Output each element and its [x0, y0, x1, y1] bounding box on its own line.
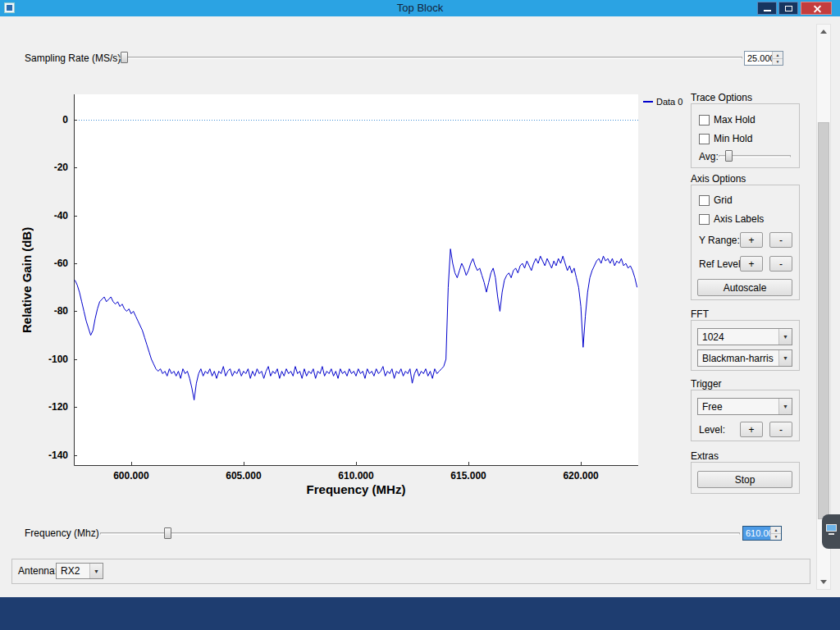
spin-down-button[interactable]: ▼	[771, 534, 781, 541]
y-tick-label: -20	[54, 162, 68, 173]
spin-down-button[interactable]: ▼	[773, 59, 783, 66]
level-label: Level:	[699, 424, 725, 436]
window-title: Top Block	[0, 2, 840, 14]
axis-labels-checkbox[interactable]	[699, 214, 710, 225]
antenna-value: RX2	[61, 565, 80, 577]
spin-up-button[interactable]: ▲	[773, 52, 783, 59]
y-tick-label: 0	[62, 114, 68, 126]
y-range-label: Y Range:	[699, 235, 740, 246]
scrollbar-thumb[interactable]	[818, 122, 829, 519]
sampling-rate-value[interactable]: 25.000	[745, 52, 772, 65]
chevron-down-icon[interactable]: ▼	[778, 399, 792, 414]
y-tick-label: -100	[48, 354, 68, 365]
antenna-select[interactable]: RX2 ▼	[56, 563, 103, 579]
ref-level-increase-button[interactable]: +	[740, 256, 763, 272]
frequency-spinbox[interactable]: 610.000 ▲ ▼	[742, 526, 782, 541]
slider-handle[interactable]	[725, 150, 733, 162]
antenna-label: Antenna:	[18, 565, 57, 577]
level-increase-button[interactable]: +	[740, 422, 763, 437]
chevron-down-icon[interactable]: ▼	[778, 329, 792, 345]
y-range-increase-button[interactable]: +	[740, 232, 763, 248]
scrollbar-up-button[interactable]	[817, 25, 830, 39]
x-tick-label: 615.000	[450, 470, 486, 482]
fft-size-select[interactable]: 1024 ▼	[697, 328, 792, 345]
slider-handle[interactable]	[164, 527, 171, 539]
x-tick-label: 610.000	[338, 470, 373, 482]
spin-up-button[interactable]: ▲	[771, 527, 781, 534]
min-hold-checkbox[interactable]	[699, 134, 710, 144]
y-tick-label: -140	[48, 450, 68, 461]
frequency-value[interactable]: 610.000	[743, 527, 770, 540]
level-decrease-button[interactable]: -	[769, 422, 792, 437]
minimize-button[interactable]	[757, 2, 777, 15]
stop-button[interactable]: Stop	[697, 471, 792, 488]
y-range-decrease-button[interactable]: -	[769, 232, 792, 248]
legend-item[interactable]: Data 0	[643, 97, 682, 107]
fft-size-value: 1024	[702, 331, 724, 343]
y-axis-title: Relative Gain (dB)	[18, 94, 34, 466]
ref-level-decrease-button[interactable]: -	[769, 256, 792, 272]
sampling-rate-spinbox[interactable]: 25.000 ▲ ▼	[744, 51, 783, 66]
legend-label: Data 0	[656, 97, 682, 107]
x-tick-label: 600.000	[113, 470, 148, 482]
max-hold-label: Max Hold	[714, 114, 756, 126]
x-tick-label: 605.000	[226, 470, 261, 482]
slider-handle[interactable]	[121, 52, 128, 63]
max-hold-checkbox[interactable]	[699, 115, 710, 126]
close-button[interactable]	[801, 2, 832, 15]
sampling-rate-slider[interactable]	[119, 51, 742, 64]
avg-slider[interactable]	[719, 149, 791, 162]
scrollbar-down-button[interactable]	[817, 575, 830, 589]
titlebar: Top Block	[0, 0, 840, 16]
autoscale-button[interactable]: Autoscale	[697, 279, 792, 296]
taskbar: C:\_ 7:42 AM 7/26/2017	[0, 597, 840, 630]
axis-labels-label: Axis Labels	[714, 213, 764, 225]
ref-level-label: Ref Level:	[699, 258, 743, 270]
y-tick-label: -80	[54, 305, 68, 317]
fft-window-value: Blackman-harris	[702, 353, 774, 364]
axis-options-title: Axis Options	[691, 173, 746, 185]
vertical-scrollbar[interactable]	[816, 24, 831, 590]
minimize-icon	[764, 10, 771, 11]
maximize-icon	[785, 6, 792, 11]
console-flyout-tab[interactable]	[822, 514, 840, 549]
chevron-down-icon[interactable]: ▼	[778, 350, 792, 366]
sampling-rate-label: Sampling Rate (MS/s)	[25, 52, 121, 64]
fft-title: FFT	[691, 308, 709, 320]
maximize-button[interactable]	[778, 2, 798, 15]
y-tick-label: -60	[54, 258, 68, 269]
chevron-down-icon[interactable]: ▼	[89, 564, 103, 578]
plot-area[interactable]: 600.000605.000610.000615.000620.0000-20-…	[74, 94, 638, 466]
frequency-label: Frequency (Mhz)	[25, 527, 99, 539]
grid-label: Grid	[714, 194, 733, 206]
frequency-slider[interactable]	[100, 527, 740, 540]
trigger-mode-select[interactable]: Free ▼	[697, 398, 792, 415]
avg-label: Avg:	[699, 151, 719, 162]
spectrum-plot-canvas[interactable]	[74, 94, 638, 466]
x-axis-title: Frequency (MHz)	[74, 482, 638, 496]
fft-window-select[interactable]: Blackman-harris ▼	[697, 349, 792, 367]
min-hold-label: Min Hold	[714, 133, 752, 144]
slider-groove[interactable]	[119, 57, 742, 59]
x-tick-label: 620.000	[563, 470, 598, 482]
monitor-icon	[826, 524, 837, 532]
grid-checkbox[interactable]	[699, 195, 710, 206]
y-tick-label: -40	[54, 210, 68, 221]
legend-line-icon	[643, 101, 653, 103]
arrow-down-icon	[820, 580, 827, 584]
arrow-up-icon	[820, 30, 827, 34]
trigger-mode-value: Free	[702, 401, 723, 413]
y-tick-label: -120	[48, 401, 68, 413]
trace-options-title: Trace Options	[691, 92, 752, 103]
antenna-panel	[11, 559, 810, 584]
extras-title: Extras	[691, 450, 719, 462]
trigger-title: Trigger	[691, 378, 722, 390]
